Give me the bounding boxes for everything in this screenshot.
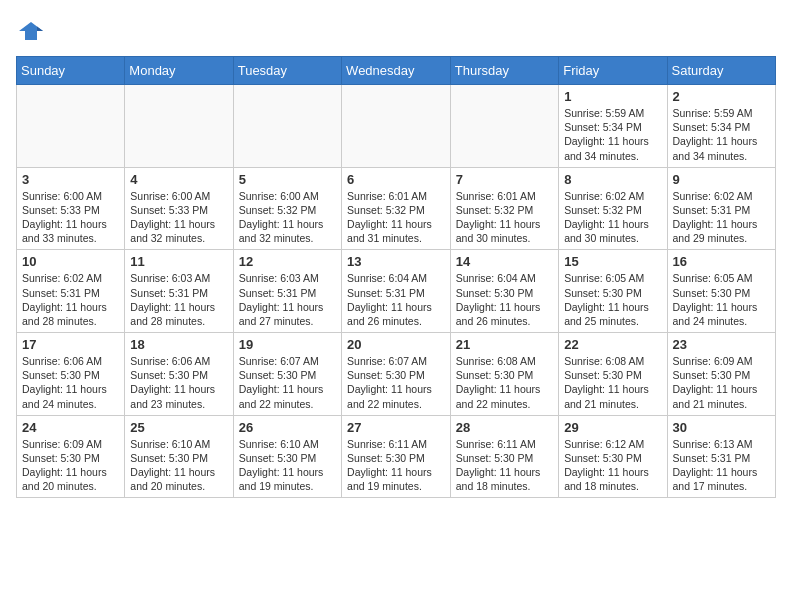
day-info: Sunrise: 6:06 AM Sunset: 5:30 PM Dayligh… [22, 354, 119, 411]
calendar-cell: 12Sunrise: 6:03 AM Sunset: 5:31 PM Dayli… [233, 250, 341, 333]
day-info: Sunrise: 6:03 AM Sunset: 5:31 PM Dayligh… [239, 271, 336, 328]
day-number: 23 [673, 337, 770, 352]
day-info: Sunrise: 5:59 AM Sunset: 5:34 PM Dayligh… [564, 106, 661, 163]
day-number: 8 [564, 172, 661, 187]
calendar-cell: 4Sunrise: 6:00 AM Sunset: 5:33 PM Daylig… [125, 167, 233, 250]
day-number: 10 [22, 254, 119, 269]
day-info: Sunrise: 6:02 AM Sunset: 5:31 PM Dayligh… [673, 189, 770, 246]
calendar-cell [125, 85, 233, 168]
calendar-cell: 23Sunrise: 6:09 AM Sunset: 5:30 PM Dayli… [667, 333, 775, 416]
calendar-cell: 22Sunrise: 6:08 AM Sunset: 5:30 PM Dayli… [559, 333, 667, 416]
day-info: Sunrise: 6:07 AM Sunset: 5:30 PM Dayligh… [239, 354, 336, 411]
day-number: 30 [673, 420, 770, 435]
calendar-cell: 8Sunrise: 6:02 AM Sunset: 5:32 PM Daylig… [559, 167, 667, 250]
day-number: 5 [239, 172, 336, 187]
day-info: Sunrise: 6:01 AM Sunset: 5:32 PM Dayligh… [347, 189, 445, 246]
calendar-cell [17, 85, 125, 168]
calendar-week-row: 10Sunrise: 6:02 AM Sunset: 5:31 PM Dayli… [17, 250, 776, 333]
day-number: 15 [564, 254, 661, 269]
day-number: 7 [456, 172, 553, 187]
day-number: 12 [239, 254, 336, 269]
day-info: Sunrise: 6:13 AM Sunset: 5:31 PM Dayligh… [673, 437, 770, 494]
calendar-cell: 20Sunrise: 6:07 AM Sunset: 5:30 PM Dayli… [342, 333, 451, 416]
calendar-cell: 1Sunrise: 5:59 AM Sunset: 5:34 PM Daylig… [559, 85, 667, 168]
day-info: Sunrise: 6:02 AM Sunset: 5:31 PM Dayligh… [22, 271, 119, 328]
day-number: 1 [564, 89, 661, 104]
calendar-cell: 7Sunrise: 6:01 AM Sunset: 5:32 PM Daylig… [450, 167, 558, 250]
col-header-thursday: Thursday [450, 57, 558, 85]
day-number: 19 [239, 337, 336, 352]
calendar-cell: 17Sunrise: 6:06 AM Sunset: 5:30 PM Dayli… [17, 333, 125, 416]
day-info: Sunrise: 6:06 AM Sunset: 5:30 PM Dayligh… [130, 354, 227, 411]
day-number: 22 [564, 337, 661, 352]
day-info: Sunrise: 6:00 AM Sunset: 5:33 PM Dayligh… [22, 189, 119, 246]
day-info: Sunrise: 6:05 AM Sunset: 5:30 PM Dayligh… [564, 271, 661, 328]
day-number: 17 [22, 337, 119, 352]
calendar-cell: 29Sunrise: 6:12 AM Sunset: 5:30 PM Dayli… [559, 415, 667, 498]
day-info: Sunrise: 6:08 AM Sunset: 5:30 PM Dayligh… [564, 354, 661, 411]
day-number: 26 [239, 420, 336, 435]
page-header [16, 16, 776, 46]
day-info: Sunrise: 5:59 AM Sunset: 5:34 PM Dayligh… [673, 106, 770, 163]
calendar-week-row: 1Sunrise: 5:59 AM Sunset: 5:34 PM Daylig… [17, 85, 776, 168]
day-info: Sunrise: 6:00 AM Sunset: 5:32 PM Dayligh… [239, 189, 336, 246]
calendar-week-row: 17Sunrise: 6:06 AM Sunset: 5:30 PM Dayli… [17, 333, 776, 416]
logo-icon [16, 16, 46, 46]
day-number: 29 [564, 420, 661, 435]
day-number: 14 [456, 254, 553, 269]
day-info: Sunrise: 6:07 AM Sunset: 5:30 PM Dayligh… [347, 354, 445, 411]
day-info: Sunrise: 6:08 AM Sunset: 5:30 PM Dayligh… [456, 354, 553, 411]
day-info: Sunrise: 6:04 AM Sunset: 5:31 PM Dayligh… [347, 271, 445, 328]
day-number: 28 [456, 420, 553, 435]
day-number: 11 [130, 254, 227, 269]
col-header-friday: Friday [559, 57, 667, 85]
day-info: Sunrise: 6:12 AM Sunset: 5:30 PM Dayligh… [564, 437, 661, 494]
day-info: Sunrise: 6:09 AM Sunset: 5:30 PM Dayligh… [22, 437, 119, 494]
calendar-header-row: SundayMondayTuesdayWednesdayThursdayFrid… [17, 57, 776, 85]
day-info: Sunrise: 6:00 AM Sunset: 5:33 PM Dayligh… [130, 189, 227, 246]
day-info: Sunrise: 6:01 AM Sunset: 5:32 PM Dayligh… [456, 189, 553, 246]
day-info: Sunrise: 6:03 AM Sunset: 5:31 PM Dayligh… [130, 271, 227, 328]
col-header-tuesday: Tuesday [233, 57, 341, 85]
col-header-wednesday: Wednesday [342, 57, 451, 85]
day-number: 21 [456, 337, 553, 352]
calendar-cell: 25Sunrise: 6:10 AM Sunset: 5:30 PM Dayli… [125, 415, 233, 498]
calendar-cell: 10Sunrise: 6:02 AM Sunset: 5:31 PM Dayli… [17, 250, 125, 333]
day-info: Sunrise: 6:09 AM Sunset: 5:30 PM Dayligh… [673, 354, 770, 411]
day-number: 6 [347, 172, 445, 187]
day-info: Sunrise: 6:10 AM Sunset: 5:30 PM Dayligh… [239, 437, 336, 494]
calendar-cell: 11Sunrise: 6:03 AM Sunset: 5:31 PM Dayli… [125, 250, 233, 333]
day-number: 13 [347, 254, 445, 269]
calendar-cell [233, 85, 341, 168]
logo [16, 16, 50, 46]
col-header-saturday: Saturday [667, 57, 775, 85]
col-header-sunday: Sunday [17, 57, 125, 85]
day-info: Sunrise: 6:02 AM Sunset: 5:32 PM Dayligh… [564, 189, 661, 246]
calendar-table: SundayMondayTuesdayWednesdayThursdayFrid… [16, 56, 776, 498]
calendar-cell: 6Sunrise: 6:01 AM Sunset: 5:32 PM Daylig… [342, 167, 451, 250]
calendar-cell: 9Sunrise: 6:02 AM Sunset: 5:31 PM Daylig… [667, 167, 775, 250]
calendar-cell: 16Sunrise: 6:05 AM Sunset: 5:30 PM Dayli… [667, 250, 775, 333]
day-number: 9 [673, 172, 770, 187]
calendar-cell: 18Sunrise: 6:06 AM Sunset: 5:30 PM Dayli… [125, 333, 233, 416]
calendar-cell: 24Sunrise: 6:09 AM Sunset: 5:30 PM Dayli… [17, 415, 125, 498]
calendar-cell [450, 85, 558, 168]
day-number: 20 [347, 337, 445, 352]
day-number: 2 [673, 89, 770, 104]
day-info: Sunrise: 6:11 AM Sunset: 5:30 PM Dayligh… [456, 437, 553, 494]
calendar-cell: 14Sunrise: 6:04 AM Sunset: 5:30 PM Dayli… [450, 250, 558, 333]
calendar-cell: 19Sunrise: 6:07 AM Sunset: 5:30 PM Dayli… [233, 333, 341, 416]
day-info: Sunrise: 6:04 AM Sunset: 5:30 PM Dayligh… [456, 271, 553, 328]
day-number: 3 [22, 172, 119, 187]
calendar-cell: 5Sunrise: 6:00 AM Sunset: 5:32 PM Daylig… [233, 167, 341, 250]
day-number: 27 [347, 420, 445, 435]
calendar-cell: 27Sunrise: 6:11 AM Sunset: 5:30 PM Dayli… [342, 415, 451, 498]
calendar-cell: 13Sunrise: 6:04 AM Sunset: 5:31 PM Dayli… [342, 250, 451, 333]
calendar-cell: 2Sunrise: 5:59 AM Sunset: 5:34 PM Daylig… [667, 85, 775, 168]
day-info: Sunrise: 6:05 AM Sunset: 5:30 PM Dayligh… [673, 271, 770, 328]
calendar-cell: 3Sunrise: 6:00 AM Sunset: 5:33 PM Daylig… [17, 167, 125, 250]
calendar-cell: 21Sunrise: 6:08 AM Sunset: 5:30 PM Dayli… [450, 333, 558, 416]
calendar-cell: 30Sunrise: 6:13 AM Sunset: 5:31 PM Dayli… [667, 415, 775, 498]
day-number: 4 [130, 172, 227, 187]
day-number: 24 [22, 420, 119, 435]
